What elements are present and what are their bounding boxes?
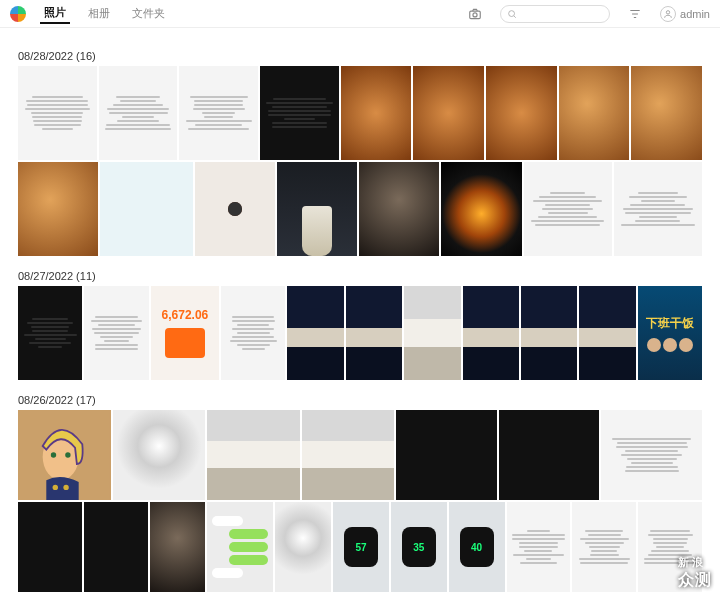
food-ribs-grill-2[interactable] (413, 66, 484, 160)
watch-face-2[interactable]: 35 (391, 502, 447, 592)
screenshot-stats-1[interactable] (396, 410, 497, 500)
svg-point-1 (473, 12, 477, 16)
screenshot-video-feed[interactable] (18, 286, 82, 380)
screenshot-homescreen[interactable] (100, 162, 192, 256)
screenshot-calendar-grid[interactable] (572, 502, 636, 592)
food-meat-chopsticks-2[interactable] (631, 66, 702, 160)
user-menu[interactable]: admin (660, 6, 710, 22)
screenshot-stats-4[interactable] (84, 502, 148, 592)
top-bar: 照片 相册 文件夹 admin (0, 0, 720, 28)
ad-banner[interactable]: 下班干饭 (638, 286, 702, 380)
screenshot-chat[interactable] (207, 502, 273, 592)
screenshot-app-2[interactable] (614, 162, 702, 256)
food-wok-stove[interactable] (441, 162, 521, 256)
screenshot-portrait[interactable] (150, 502, 206, 592)
svg-point-3 (666, 10, 669, 13)
nav-albums[interactable]: 相册 (84, 4, 114, 23)
svg-rect-0 (470, 11, 481, 19)
watch-face-1[interactable]: 57 (333, 502, 389, 592)
screenshot-activity-rings[interactable] (221, 286, 285, 380)
search-input[interactable] (500, 5, 610, 23)
svg-point-7 (65, 452, 70, 457)
desk-setup-night-3[interactable] (463, 286, 519, 380)
date-label: 08/28/2022 (16) (18, 50, 702, 62)
food-stirfry[interactable] (18, 162, 98, 256)
screenshot-app-1[interactable] (524, 162, 612, 256)
screenshot-settings-1[interactable] (18, 66, 97, 160)
user-avatar-icon (660, 6, 676, 22)
screenshot-stats-3[interactable] (18, 502, 82, 592)
date-label: 08/26/2022 (17) (18, 394, 702, 406)
screenshot-form[interactable] (507, 502, 571, 592)
desk-setup-night-1[interactable] (287, 286, 343, 380)
desk-setup-night-2[interactable] (346, 286, 402, 380)
food-meat-chopsticks-1[interactable] (559, 66, 630, 160)
photo-seed-hanging[interactable] (195, 162, 275, 256)
svg-point-8 (53, 485, 58, 490)
food-ribs-grill-3[interactable] (486, 66, 557, 160)
studio-desk-1[interactable] (207, 410, 300, 500)
watch-face-3[interactable]: 40 (449, 502, 505, 592)
screenshot-list[interactable] (601, 410, 702, 500)
search-icon (507, 9, 517, 19)
screenshot-settings-2[interactable] (99, 66, 178, 160)
date-group-2: 08/26/2022 (17) 573540 (18, 394, 702, 592)
photo-frothy-cup[interactable] (277, 162, 357, 256)
desk-setup-day-1[interactable] (404, 286, 460, 380)
screenshot-dark-car[interactable] (260, 66, 339, 160)
video-call-portrait[interactable] (359, 162, 439, 256)
anime-character-giorno[interactable] (18, 410, 111, 500)
nav-photos[interactable]: 照片 (40, 3, 70, 24)
desk-setup-night-5[interactable] (579, 286, 635, 380)
filter-icon[interactable] (624, 3, 646, 25)
desk-setup-night-4[interactable] (521, 286, 577, 380)
screenshot-stats-2[interactable] (499, 410, 600, 500)
svg-point-9 (63, 485, 68, 490)
date-group-0: 08/28/2022 (16) (18, 50, 702, 256)
studio-desk-2[interactable] (302, 410, 395, 500)
screenshot-news-feed[interactable] (84, 286, 148, 380)
date-group-1: 08/27/2022 (11) 6,672.06下班干饭 (18, 270, 702, 380)
svg-point-6 (51, 452, 56, 457)
screenshot-settings-3[interactable] (179, 66, 258, 160)
watermark: 新浪 众测 (678, 555, 712, 591)
date-label: 08/27/2022 (11) (18, 270, 702, 282)
photo-timeline: 08/28/2022 (16) 08/27/2022 (11) 6,672.06… (0, 28, 720, 599)
photo-softbox-1[interactable] (113, 410, 206, 500)
svg-point-2 (509, 10, 515, 16)
photo-softbox-2[interactable] (275, 502, 331, 592)
camera-upload-icon[interactable] (464, 3, 486, 25)
food-ribs-grill-1[interactable] (341, 66, 412, 160)
app-logo (10, 6, 26, 22)
user-name: admin (680, 8, 710, 20)
nav-folders[interactable]: 文件夹 (128, 4, 169, 23)
screenshot-balance[interactable]: 6,672.06 (151, 286, 219, 380)
